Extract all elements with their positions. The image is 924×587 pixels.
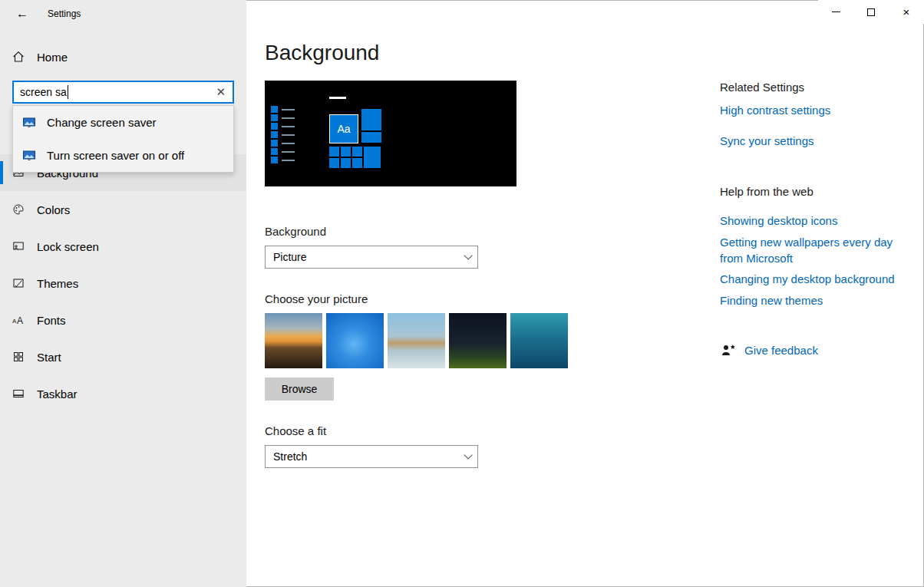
link-finding-new-themes[interactable]: Finding new themes <box>720 292 898 308</box>
fonts-icon: AA <box>12 314 25 326</box>
picture-thumbnail-underwater[interactable] <box>510 313 568 368</box>
suggestion-change-screen-saver[interactable]: Change screen saver <box>13 106 233 139</box>
suggestion-label: Turn screen saver on or off <box>47 149 184 162</box>
fit-select[interactable]: Stretch <box>265 445 478 468</box>
preview-tile <box>361 132 381 143</box>
chevron-down-icon <box>464 450 472 459</box>
svg-text:A: A <box>17 315 23 326</box>
preview-tile <box>329 147 339 157</box>
feedback-person-icon <box>720 343 737 357</box>
screen-saver-icon <box>22 117 36 129</box>
sidebar-item-label: Lock screen <box>37 240 99 253</box>
sidebar-item-label: Home <box>37 51 68 64</box>
close-button[interactable]: × <box>889 0 924 24</box>
give-feedback[interactable]: Give feedback <box>720 343 818 357</box>
search-value: screen sa <box>14 86 67 98</box>
screen-saver-icon <box>22 150 36 162</box>
link-getting-new-wallpapers[interactable]: Getting new wallpapers every day from Mi… <box>720 234 898 266</box>
text-cursor <box>68 85 68 99</box>
suggestion-turn-screen-saver-on-off[interactable]: Turn screen saver on or off <box>13 139 233 172</box>
settings-window: { "titlebar": { "title": "Settings" }, "… <box>0 0 924 587</box>
preview-tile <box>341 147 351 157</box>
background-dropdown-label: Background <box>265 225 326 238</box>
sidebar-item-home[interactable]: Home <box>0 41 246 72</box>
start-icon <box>12 351 25 363</box>
minimize-button[interactable] <box>818 0 853 24</box>
picture-thumbnails <box>265 313 568 368</box>
home-icon <box>12 51 25 63</box>
link-changing-desktop-background[interactable]: Changing my desktop background <box>720 271 898 287</box>
clear-search-icon[interactable]: ✕ <box>209 85 233 99</box>
sidebar-item-taskbar[interactable]: Taskbar <box>0 375 246 412</box>
sidebar-item-fonts[interactable]: AA Fonts <box>0 302 246 338</box>
picture-thumbnail-sunset[interactable] <box>265 313 322 368</box>
picture-thumbnail-night-sky[interactable] <box>449 313 507 368</box>
background-type-value: Picture <box>273 251 307 263</box>
link-sync-your-settings[interactable]: Sync your settings <box>720 133 898 149</box>
preview-app-list <box>271 106 295 165</box>
sidebar-item-label: Taskbar <box>37 387 78 401</box>
themes-icon <box>12 277 25 289</box>
related-settings-title: Related Settings <box>720 81 804 94</box>
sidebar-item-label: Themes <box>37 277 78 290</box>
taskbar-icon <box>12 387 25 400</box>
sidebar-item-colors[interactable]: Colors <box>0 191 246 228</box>
sidebar-item-label: Colors <box>37 203 70 216</box>
window-title: Settings <box>48 8 81 19</box>
colors-icon <box>12 203 25 216</box>
preview-tile <box>364 147 381 168</box>
choose-picture-label: Choose your picture <box>265 292 368 305</box>
back-button[interactable]: ← <box>8 3 37 25</box>
help-from-web-title: Help from the web <box>720 185 813 198</box>
browse-button[interactable]: Browse <box>265 378 334 401</box>
choose-fit-label: Choose a fit <box>265 424 326 437</box>
picture-thumbnail-windows-default[interactable] <box>326 313 384 368</box>
sidebar-item-lock-screen[interactable]: Lock screen <box>0 228 246 265</box>
fit-value: Stretch <box>273 450 307 463</box>
maximize-icon <box>867 8 875 16</box>
preview-title-line <box>329 97 346 99</box>
lock-screen-icon <box>12 240 25 252</box>
preview-tile <box>361 109 381 130</box>
sidebar-item-label: Start <box>37 351 61 364</box>
close-icon: × <box>903 6 910 18</box>
sidebar-item-themes[interactable]: Themes <box>0 265 246 302</box>
picture-thumbnail-beach[interactable] <box>388 313 445 368</box>
search-input[interactable]: screen sa ✕ <box>12 81 234 104</box>
sidebar-item-start[interactable]: Start <box>0 338 246 375</box>
suggestion-label: Change screen saver <box>47 116 157 129</box>
page-title: Background <box>265 41 379 65</box>
give-feedback-label: Give feedback <box>744 344 818 357</box>
sidebar: Home Background Colors Lock screen Theme… <box>0 0 246 587</box>
desktop-preview: Aa <box>265 81 516 186</box>
preview-tile <box>352 158 362 168</box>
preview-aa-tile: Aa <box>329 114 358 143</box>
chevron-down-icon <box>464 251 472 259</box>
link-high-contrast-settings[interactable]: High contrast settings <box>720 102 898 118</box>
minimize-icon <box>832 12 840 12</box>
background-type-select[interactable]: Picture <box>265 246 478 269</box>
selected-accent-bar <box>0 161 3 184</box>
search-suggestions: Change screen saver Turn screen saver on… <box>12 105 234 173</box>
link-showing-desktop-icons[interactable]: Showing desktop icons <box>720 213 898 229</box>
preview-tile <box>352 147 362 157</box>
preview-tile <box>341 158 351 168</box>
sidebar-item-label: Fonts <box>37 314 66 327</box>
maximize-button[interactable] <box>853 0 889 24</box>
preview-tile <box>329 158 339 168</box>
